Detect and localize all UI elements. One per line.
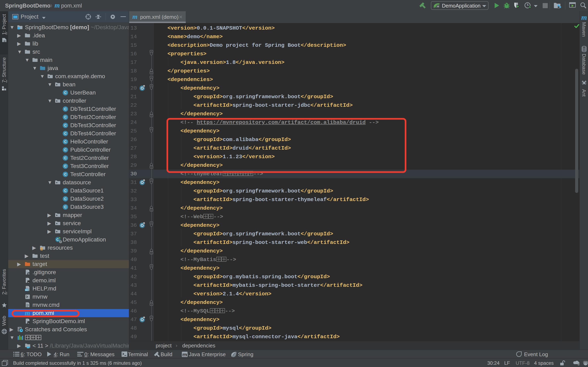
svg-text:C: C <box>64 148 67 152</box>
svg-text:C: C <box>64 205 67 209</box>
svg-text:C: C <box>64 197 67 201</box>
svg-text:C: C <box>64 189 67 193</box>
svg-text:EE: EE <box>183 354 186 356</box>
svg-text:C: C <box>64 91 67 95</box>
svg-text:C: C <box>64 132 67 135</box>
svg-text:C: C <box>64 173 67 176</box>
svg-text:C: C <box>64 124 67 127</box>
svg-text:C: C <box>64 140 67 144</box>
svg-text:MD: MD <box>25 289 28 291</box>
svg-text:C: C <box>64 156 67 160</box>
svg-text:C: C <box>64 164 67 168</box>
svg-text:C: C <box>64 115 67 119</box>
svg-text:C: C <box>56 238 59 242</box>
svg-text:C: C <box>64 107 67 111</box>
